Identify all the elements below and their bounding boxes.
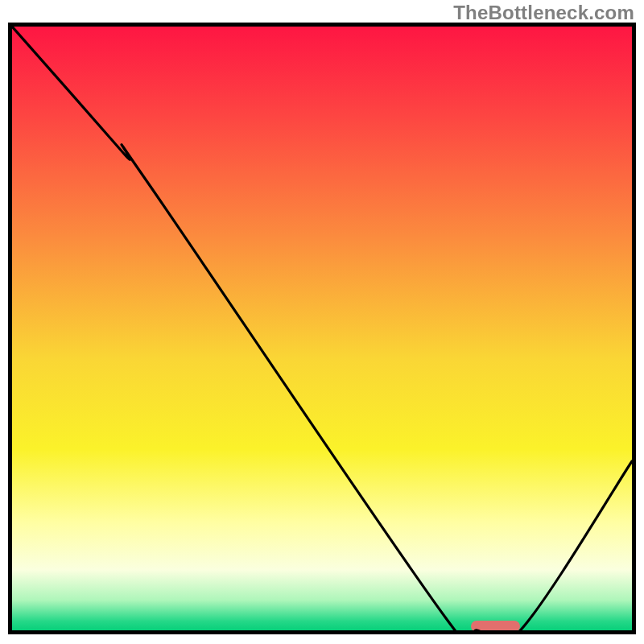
chart-stage: TheBottleneck.com xyxy=(0,0,644,644)
watermark-text: TheBottleneck.com xyxy=(453,2,634,24)
bottleneck-curve xyxy=(12,27,632,630)
chart-frame xyxy=(8,23,636,634)
curve-path xyxy=(12,27,632,630)
